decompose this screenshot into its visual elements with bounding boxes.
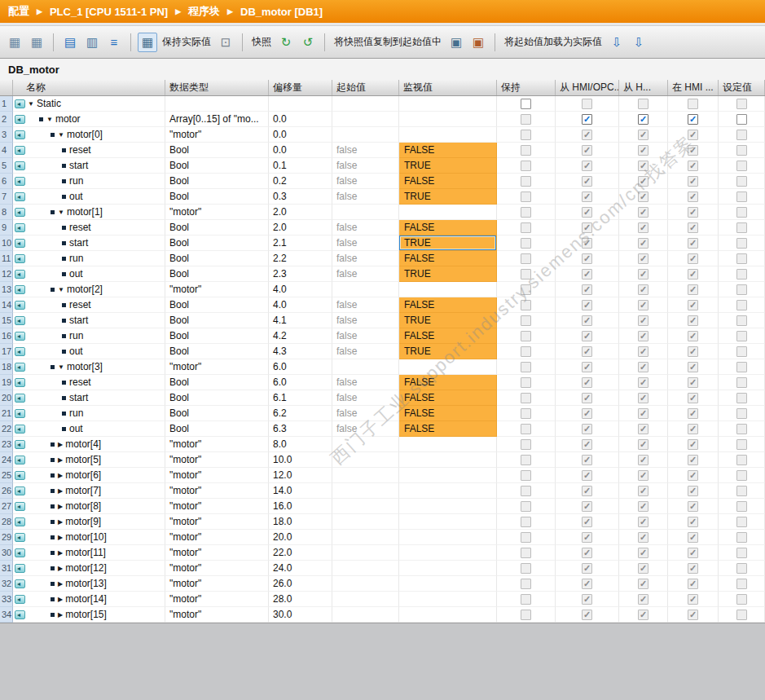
row-number[interactable]: 29: [0, 530, 13, 545]
start-value-cell[interactable]: false: [332, 390, 399, 406]
monitor-value-cell[interactable]: [399, 561, 497, 576]
row-number[interactable]: 28: [0, 514, 13, 530]
setpoint-checkbox[interactable]: [736, 315, 747, 326]
at-hmi-checkbox[interactable]: ✓: [688, 300, 698, 310]
retain-checkbox[interactable]: [521, 99, 531, 109]
at-hmi-checkbox[interactable]: ✓: [688, 455, 698, 465]
setpoint-checkbox[interactable]: [736, 517, 747, 527]
setpoint-checkbox[interactable]: [736, 253, 747, 264]
setpoint-checkbox[interactable]: [736, 145, 747, 156]
row-number[interactable]: 16: [0, 328, 13, 344]
edit-declaration-button[interactable]: ▥: [82, 33, 102, 52]
monitor-value-cell[interactable]: [399, 359, 497, 375]
from-h-checkbox[interactable]: ✓: [638, 486, 648, 496]
data-type-cell[interactable]: "motor": [165, 452, 269, 468]
at-hmi-checkbox[interactable]: ✓: [688, 408, 698, 419]
from-hmi-opc-checkbox[interactable]: ✓: [582, 331, 592, 341]
name-cell[interactable]: ▼motor[3]: [13, 359, 165, 375]
start-value-cell[interactable]: false: [332, 220, 399, 236]
data-type-cell[interactable]: Bool: [165, 251, 269, 266]
at-hmi-checkbox[interactable]: ✓: [688, 501, 698, 512]
name-cell[interactable]: run: [13, 251, 165, 266]
retain-checkbox[interactable]: [521, 548, 531, 558]
setpoint-checkbox[interactable]: [736, 284, 747, 295]
monitor-value-cell[interactable]: [399, 96, 497, 112]
setpoint-checkbox[interactable]: [736, 238, 747, 249]
at-hmi-checkbox[interactable]: ✓: [688, 315, 698, 326]
load-values-button[interactable]: ⇩: [607, 33, 627, 52]
name-cell[interactable]: start: [13, 158, 165, 174]
from-hmi-opc-checkbox[interactable]: ✓: [582, 532, 592, 543]
monitor-value-cell[interactable]: FALSE: [399, 297, 497, 313]
insert-row-button[interactable]: ▦: [5, 33, 24, 52]
from-h-checkbox[interactable]: ✓: [638, 470, 648, 481]
at-hmi-checkbox[interactable]: ✓: [688, 610, 698, 620]
from-h-checkbox[interactable]: ✓: [638, 253, 648, 264]
at-hmi-checkbox[interactable]: ✓: [688, 346, 698, 357]
monitor-value-cell[interactable]: [399, 468, 497, 483]
name-cell[interactable]: ▶motor[5]: [13, 452, 165, 468]
setpoint-checkbox[interactable]: [736, 331, 747, 341]
load-values-all-button[interactable]: ⇩: [629, 33, 648, 52]
monitor-value-cell[interactable]: FALSE: [399, 421, 497, 437]
name-cell[interactable]: out: [13, 189, 165, 205]
from-hmi-opc-checkbox[interactable]: ✓: [582, 610, 592, 620]
start-value-cell[interactable]: [332, 468, 399, 483]
data-type-cell[interactable]: "motor": [165, 127, 269, 143]
from-hmi-opc-checkbox[interactable]: ✓: [582, 269, 592, 280]
from-hmi-opc-checkbox[interactable]: [582, 99, 592, 109]
row-number[interactable]: 34: [0, 607, 13, 623]
from-h-checkbox[interactable]: ✓: [638, 207, 648, 218]
from-h-checkbox[interactable]: ✓: [638, 377, 648, 388]
row-number[interactable]: 11: [0, 251, 13, 266]
from-h-checkbox[interactable]: ✓: [638, 222, 648, 233]
name-cell[interactable]: out: [13, 344, 165, 359]
breadcrumb-item[interactable]: PLC_1 [CPU 1511-1 PN]: [50, 6, 168, 18]
from-hmi-opc-checkbox[interactable]: ✓: [582, 486, 592, 496]
from-hmi-opc-checkbox[interactable]: ✓: [582, 207, 592, 218]
row-number[interactable]: 31: [0, 561, 13, 576]
start-value-cell[interactable]: false: [332, 406, 399, 421]
monitor-value-cell[interactable]: [399, 127, 497, 143]
from-h-checkbox[interactable]: ✓: [638, 393, 648, 403]
name-cell[interactable]: out: [13, 266, 165, 282]
monitor-value-cell[interactable]: FALSE: [399, 143, 497, 158]
monitor-value-cell[interactable]: [399, 545, 497, 561]
monitor-value-cell[interactable]: [399, 437, 497, 452]
name-cell[interactable]: run: [13, 406, 165, 421]
expander-icon[interactable]: ▶: [58, 441, 63, 448]
from-h-checkbox[interactable]: ✓: [638, 532, 648, 543]
data-type-cell[interactable]: "motor": [165, 468, 269, 483]
at-hmi-checkbox[interactable]: ✓: [688, 393, 698, 403]
retain-checkbox[interactable]: [521, 455, 531, 465]
expanded-mode-button[interactable]: ≡: [104, 33, 124, 52]
setpoint-checkbox[interactable]: [736, 207, 747, 218]
monitor-value-cell[interactable]: FALSE: [399, 406, 497, 421]
from-h-checkbox[interactable]: ✓: [638, 161, 648, 171]
retain-checkbox[interactable]: [521, 253, 531, 264]
monitor-value-cell[interactable]: [399, 499, 497, 514]
retain-checkbox[interactable]: [521, 114, 531, 125]
name-cell[interactable]: reset: [13, 143, 165, 158]
row-number[interactable]: 30: [0, 545, 13, 561]
from-h-checkbox[interactable]: ✓: [638, 563, 648, 574]
start-value-cell[interactable]: false: [332, 297, 399, 313]
at-hmi-checkbox[interactable]: ✓: [688, 377, 698, 388]
start-value-cell[interactable]: [332, 530, 399, 545]
row-number[interactable]: 12: [0, 266, 13, 282]
data-type-cell[interactable]: "motor": [165, 545, 269, 561]
row-number[interactable]: 2: [0, 112, 13, 127]
data-type-cell[interactable]: Bool: [165, 344, 269, 359]
setpoint-checkbox[interactable]: [736, 362, 747, 372]
name-cell[interactable]: start: [13, 390, 165, 406]
data-type-cell[interactable]: Bool: [165, 375, 269, 390]
data-type-cell[interactable]: "motor": [165, 514, 269, 530]
monitor-all-toggle[interactable]: ▦: [138, 33, 157, 52]
from-hmi-opc-checkbox[interactable]: ✓: [582, 393, 592, 403]
data-type-cell[interactable]: "motor": [165, 607, 269, 623]
expander-icon[interactable]: ▼: [58, 286, 64, 293]
row-number[interactable]: 13: [0, 282, 13, 297]
at-hmi-checkbox[interactable]: ✓: [688, 579, 698, 589]
monitor-value-cell[interactable]: [399, 282, 497, 297]
row-number[interactable]: 22: [0, 421, 13, 437]
